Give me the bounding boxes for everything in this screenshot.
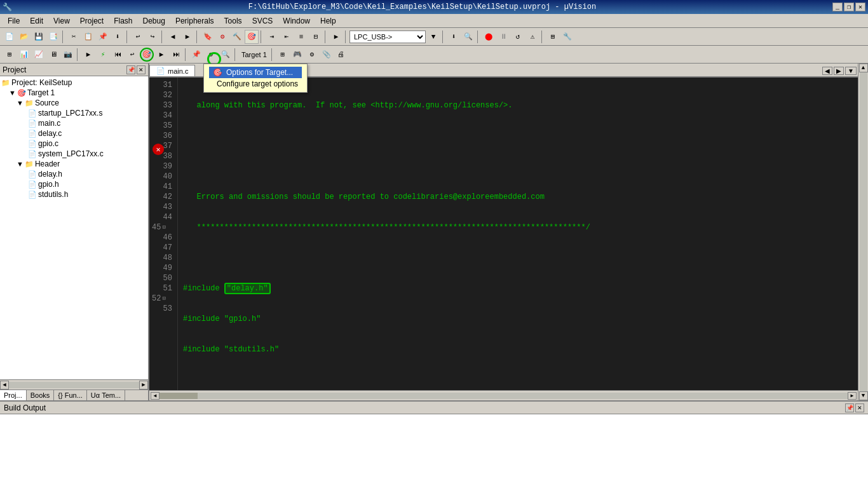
t2-btn11[interactable]: ▶ [154, 48, 168, 62]
t2-btn13[interactable]: 📌 [189, 48, 203, 62]
hscrollbar-track[interactable] [9, 382, 139, 388]
tree-source-folder[interactable]: ▼ 📁 Source [1, 98, 147, 108]
dropdown-btn[interactable]: ▼ [426, 30, 440, 44]
redo-button[interactable]: ↪ [146, 30, 159, 44]
menu-project[interactable]: Project [75, 14, 109, 27]
tab-scroll-left[interactable]: ◀ [822, 67, 832, 75]
tooltip-item-options[interactable]: 🎯 Options for Target... [209, 67, 302, 78]
menu-svcs[interactable]: SVCS [247, 14, 278, 27]
editor-scrollbar-thumb[interactable] [159, 393, 198, 399]
reset-button[interactable]: ↺ [511, 30, 525, 44]
close-button[interactable]: ✕ [855, 3, 865, 11]
code-container[interactable]: 31 32 33 34 35 36 37 38 39 40 41 42 43 4… [149, 78, 858, 390]
t2-btn12[interactable]: ⏭ [169, 48, 183, 62]
t2-btn8[interactable]: ⏮ [111, 48, 125, 62]
t2-btn20[interactable]: 🖨 [334, 48, 348, 62]
scroll-left-button[interactable]: ◀ [0, 381, 9, 390]
tree-file-stdutils-h[interactable]: 📄 stdutils.h [1, 189, 147, 200]
menu-edit[interactable]: Edit [25, 14, 48, 27]
editor-scroll-left[interactable]: ◀ [151, 392, 159, 400]
exception-button[interactable]: ⚠ [526, 30, 539, 44]
tab-fun[interactable]: {} Fun... [54, 390, 87, 400]
settings-button[interactable]: 🔧 [560, 30, 574, 44]
t2-btn3[interactable]: 📈 [32, 48, 46, 62]
undo-button[interactable]: ↩ [131, 30, 145, 44]
t2-btn7[interactable]: ⚡ [96, 48, 110, 62]
bookmark-button[interactable]: 🔖 [201, 30, 215, 44]
open-button[interactable]: 📂 [17, 30, 31, 44]
indent-button[interactable]: ⇥ [265, 30, 279, 44]
editor-hscroll[interactable]: ◀ ▶ [149, 390, 858, 400]
tree-file-gpio[interactable]: 📄 gpio.c [1, 139, 147, 149]
target-options-btn[interactable]: 🎯 [245, 30, 259, 44]
tree-file-delay-h[interactable]: 📄 delay.h [1, 169, 147, 179]
cut-button[interactable]: ✂ [67, 30, 81, 44]
t2-btn1[interactable]: ⊞ [3, 48, 17, 62]
t2-btn9[interactable]: ↩ [125, 48, 139, 62]
scroll-right-button[interactable]: ▶ [139, 381, 148, 390]
menu-flash[interactable]: Flash [109, 14, 137, 27]
nav-fwd-button[interactable]: ▶ [180, 30, 194, 44]
target-dropdown[interactable]: LPC_USB-> [349, 30, 426, 43]
editor-vscroll[interactable]: ▲ ▼ [858, 64, 868, 400]
panel-pin-button[interactable]: 📌 [126, 65, 135, 74]
t2-btn4[interactable]: 🖥 [46, 48, 60, 62]
stop-button[interactable]: ⏸ [496, 30, 510, 44]
tree-file-gpio-h[interactable]: 📄 gpio.h [1, 179, 147, 189]
tab-proj[interactable]: Proj... [0, 390, 27, 400]
tree-file-system[interactable]: 📄 system_LPC17xx.c [1, 149, 147, 159]
save-all-button[interactable]: 📑 [46, 30, 60, 44]
run-button[interactable]: ▶ [329, 30, 343, 44]
vscroll-up-button[interactable]: ▲ [859, 64, 868, 72]
load-button[interactable]: ⬇ [111, 30, 125, 44]
t2-btn10[interactable]: 🎯 [140, 48, 154, 62]
build-pin-button[interactable]: 📌 [845, 403, 854, 412]
t2-btn6[interactable]: ▶ [81, 48, 95, 62]
menu-debug[interactable]: Debug [138, 14, 170, 27]
save-button[interactable]: 💾 [32, 30, 46, 44]
menu-help[interactable]: Help [315, 14, 341, 27]
editor-scrollbar-track[interactable] [198, 393, 848, 399]
tab-books[interactable]: Books [27, 390, 55, 400]
t2-btn16[interactable]: ⊞ [276, 48, 290, 62]
minimize-button[interactable]: _ [832, 3, 843, 11]
copy-button[interactable]: 📋 [81, 30, 95, 44]
tree-file-startup[interactable]: 📄 startup_LPC17xx.s [1, 108, 147, 118]
menu-window[interactable]: Window [278, 14, 315, 27]
tab-main-c[interactable]: 📄 main.c [149, 65, 195, 76]
tree-file-main[interactable]: 📄 main.c [1, 118, 147, 128]
tree-root[interactable]: 📁 Project: KeilSetup [1, 78, 147, 88]
t2-btn18[interactable]: ⚙ [305, 48, 319, 62]
format-button[interactable]: ≡ [294, 30, 308, 44]
menu-peripherals[interactable]: Peripherals [170, 14, 219, 27]
tree-file-delay[interactable]: 📄 delay.c [1, 128, 147, 139]
collapse-button[interactable]: ⊟ [309, 30, 323, 44]
t2-btn19[interactable]: 📎 [320, 48, 334, 62]
restore-button[interactable]: ❐ [844, 3, 854, 11]
tree-header-folder[interactable]: ▼ 📁 Header [1, 159, 147, 169]
t2-btn2[interactable]: 📊 [17, 48, 31, 62]
tab-tem[interactable]: Uα Tem... [87, 390, 125, 400]
window-btn[interactable]: ⊞ [546, 30, 560, 44]
paste-button[interactable]: 📌 [96, 30, 110, 44]
editor-scroll-right[interactable]: ▶ [848, 392, 857, 400]
project-hscroll[interactable]: ◀ ▶ [0, 379, 148, 390]
vscroll-track[interactable] [860, 72, 867, 391]
tree-target[interactable]: ▼ 🎯 Target 1 [1, 88, 147, 98]
t2-btn5[interactable]: 📷 [61, 48, 75, 62]
download-button[interactable]: ⬇ [447, 30, 461, 44]
outdent-button[interactable]: ⇤ [280, 30, 294, 44]
tooltip-item-configure[interactable]: Configure target options [209, 78, 302, 90]
menu-tools[interactable]: Tools [219, 14, 247, 27]
menu-view[interactable]: View [48, 14, 75, 27]
new-file-button[interactable]: 📄 [3, 30, 17, 44]
build-all-button[interactable]: ⚙ [215, 30, 229, 44]
search-button[interactable]: 🔍 [461, 30, 475, 44]
build-button[interactable]: 🔨 [230, 30, 244, 44]
nav-back-button[interactable]: ◀ [166, 30, 180, 44]
tab-dropdown[interactable]: ▼ [845, 67, 857, 75]
menu-file[interactable]: File [3, 14, 25, 27]
code-content[interactable]: along with this program. If not, see <ht… [178, 78, 858, 390]
debug-button[interactable]: ⬤ [482, 30, 496, 44]
panel-close-button[interactable]: ✕ [137, 65, 146, 74]
